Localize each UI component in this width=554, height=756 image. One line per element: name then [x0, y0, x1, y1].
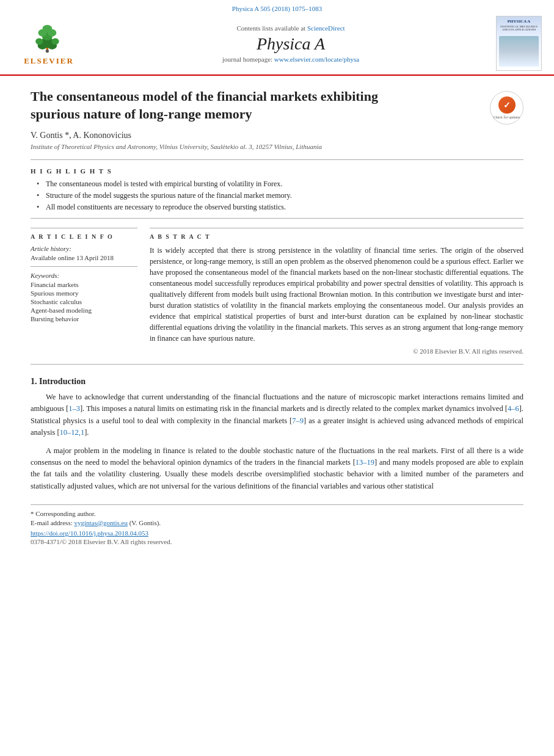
doi-link[interactable]: https://doi.org/10.1016/j.physa.2018.04.… — [31, 529, 523, 537]
copyright-line: © 2018 Elsevier B.V. All rights reserved… — [150, 347, 523, 355]
keyword-5: Bursting behavior — [31, 315, 137, 322]
journal-volume-info: Physica A 505 (2018) 1075–1083 — [232, 5, 322, 12]
journal-cover-image: PHYSICA A STATISTICAL MECHANICSAND ITS A… — [496, 16, 542, 71]
article-history-label: Article history: — [31, 245, 137, 252]
keyword-3: Stochastic calculus — [31, 298, 137, 305]
journal-homepage: journal homepage: www.elsevier.com/locat… — [86, 56, 496, 63]
abstract-col: A B S T R A C T It is widely accepted th… — [150, 228, 523, 355]
email-suffix: (V. Gontis). — [129, 519, 161, 526]
svg-point-4 — [35, 38, 43, 45]
journal-top-bar: Physica A 505 (2018) 1075–1083 — [12, 5, 542, 12]
ref-7-9[interactable]: 7–9 — [292, 416, 304, 425]
homepage-link[interactable]: www.elsevier.com/locate/physa — [274, 56, 359, 63]
footer-section: * Corresponding author. E-mail address: … — [31, 504, 523, 545]
two-col-layout: A R T I C L E I N F O Article history: A… — [31, 228, 523, 355]
ref-1-3[interactable]: 1–3 — [68, 404, 80, 413]
issn-line: 0378-4371/© 2018 Elsevier B.V. All right… — [31, 538, 523, 545]
elsevier-label: ELSEVIER — [24, 56, 74, 66]
abstract-title: A B S T R A C T — [150, 228, 523, 240]
journal-header: Physica A 505 (2018) 1075–1083 — [0, 0, 554, 76]
elsevier-tree-icon — [27, 21, 70, 55]
check-updates-inner: ✓ Check for updates — [494, 96, 520, 119]
corresponding-author-label: Corresponding author. — [35, 510, 95, 517]
introduction-heading: 1. Introduction — [31, 377, 523, 387]
ref-10-12[interactable]: 10–12,1 — [60, 428, 85, 437]
highlight-item-1: The consentaneous model is tested with e… — [37, 180, 523, 189]
highlight-item-3: All model constituents are necessary to … — [37, 203, 523, 212]
corresponding-author-note: * Corresponding author. — [31, 510, 523, 517]
available-online: Available online 13 April 2018 — [31, 254, 137, 261]
journal-center: Contents lists available at ScienceDirec… — [86, 24, 496, 63]
footnote-symbol: * — [31, 510, 35, 517]
check-updates-badge: ✓ Check for updates — [490, 91, 523, 125]
separator-after-abstract — [31, 364, 523, 365]
sciencedirect-link[interactable]: ScienceDirect — [307, 24, 345, 32]
main-content: The consentaneous model of the financial… — [0, 76, 554, 558]
journal-title: Physica A — [86, 34, 496, 54]
svg-point-9 — [43, 24, 53, 32]
intro-paragraph-2: A major problem in the modeling in finan… — [31, 445, 523, 493]
contents-available-text: Contents lists available at ScienceDirec… — [86, 24, 496, 32]
elsevier-logo: ELSEVIER — [12, 21, 86, 66]
article-info-section: A R T I C L E I N F O Article history: A… — [31, 228, 137, 322]
page: Physica A 505 (2018) 1075–1083 — [0, 0, 554, 756]
cover-subtitle: STATISTICAL MECHANICSAND ITS APPLICATION… — [499, 25, 539, 31]
cover-title: PHYSICA A — [499, 19, 539, 24]
article-info-title: A R T I C L E I N F O — [31, 233, 137, 240]
highlights-list: The consentaneous model is tested with e… — [31, 180, 523, 212]
highlights-label: H I G H L I G H T S — [31, 167, 523, 175]
email-note: E-mail address: vygintas@gontis.eu (V. G… — [31, 519, 523, 526]
svg-point-10 — [46, 49, 49, 52]
email-link[interactable]: vygintas@gontis.eu — [74, 519, 127, 526]
separator-after-affiliation — [31, 159, 523, 160]
separator-in-info — [31, 266, 137, 267]
article-title: The consentaneous model of the financial… — [31, 88, 421, 123]
intro-p2-text: A major problem in the modeling in finan… — [31, 445, 523, 493]
intro-paragraph-1: We have to acknowledge that current unde… — [31, 391, 523, 439]
ref-13-19[interactable]: 13–19 — [355, 458, 374, 467]
affiliation: Institute of Theoretical Physics and Ast… — [31, 143, 523, 150]
check-updates-icon: ✓ — [498, 96, 516, 114]
check-updates-label: Check for updates — [494, 115, 520, 119]
keywords-label: Keywords: — [31, 272, 137, 279]
keyword-1: Financial markets — [31, 281, 137, 288]
svg-point-5 — [51, 38, 59, 45]
separator-after-highlights — [31, 218, 523, 219]
email-label: E-mail address: — [31, 519, 73, 526]
keyword-4: Agent-based modeling — [31, 307, 137, 314]
journal-meta: ELSEVIER Contents lists available at Sci… — [12, 16, 542, 71]
intro-p1-text: We have to acknowledge that current unde… — [31, 391, 523, 439]
ref-4-6[interactable]: 4–6 — [508, 404, 519, 413]
abstract-text: It is widely accepted that there is stro… — [150, 245, 523, 344]
article-title-section: The consentaneous model of the financial… — [31, 88, 523, 125]
authors: V. Gontis *, A. Kononovicius — [31, 131, 523, 140]
keyword-2: Spurious memory — [31, 289, 137, 297]
article-info-col: A R T I C L E I N F O Article history: A… — [31, 228, 137, 355]
highlight-item-2: Structure of the model suggests the spur… — [37, 191, 523, 200]
